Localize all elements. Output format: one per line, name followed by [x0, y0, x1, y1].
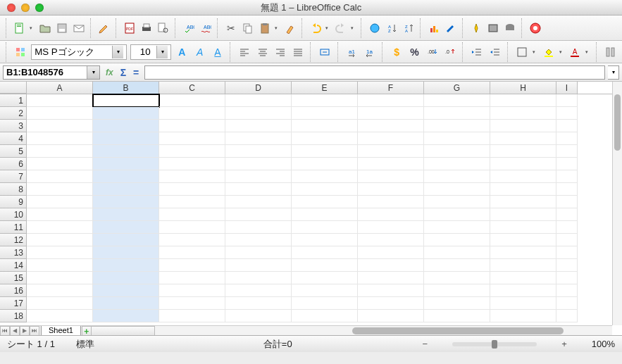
cell[interactable] — [292, 120, 358, 132]
cell[interactable] — [292, 310, 358, 322]
cell[interactable] — [292, 208, 358, 221]
function-wizard-icon[interactable]: fx — [103, 68, 116, 77]
add-decimal-icon[interactable]: .00 — [425, 44, 440, 60]
cell[interactable] — [358, 132, 424, 145]
cell[interactable] — [159, 94, 225, 107]
cell[interactable] — [93, 221, 159, 234]
cell[interactable] — [27, 196, 93, 208]
cell[interactable] — [292, 145, 358, 158]
row-header[interactable]: 7 — [0, 170, 27, 183]
cell[interactable] — [490, 170, 556, 183]
cell[interactable] — [424, 246, 490, 259]
tab-first-icon[interactable]: ⏮ — [0, 326, 10, 336]
row-header[interactable]: 9 — [0, 196, 27, 208]
cell[interactable] — [490, 246, 556, 259]
cell[interactable] — [358, 183, 424, 196]
cell[interactable] — [93, 183, 159, 196]
cell[interactable] — [292, 284, 358, 297]
cell[interactable] — [358, 107, 424, 120]
toolbar-grip[interactable] — [6, 18, 8, 38]
zoom-icon[interactable] — [35, 4, 44, 12]
rtl-icon[interactable]: 1a — [363, 44, 377, 60]
styles-icon[interactable] — [13, 44, 27, 60]
cell[interactable] — [424, 107, 490, 120]
italic-button[interactable]: A — [193, 44, 207, 60]
cell[interactable] — [556, 284, 578, 297]
cell[interactable] — [490, 120, 556, 132]
cell[interactable] — [93, 120, 159, 132]
cell[interactable] — [27, 310, 93, 322]
ltr-icon[interactable]: a1 — [344, 44, 359, 60]
cell[interactable] — [556, 158, 578, 170]
cell[interactable] — [93, 107, 159, 120]
column-header[interactable]: E — [292, 82, 358, 94]
cell[interactable] — [358, 221, 424, 234]
cell[interactable] — [225, 234, 292, 246]
cell[interactable] — [159, 284, 225, 297]
cell[interactable] — [490, 234, 556, 246]
cell[interactable] — [225, 94, 292, 107]
cell[interactable] — [424, 132, 490, 145]
cell[interactable] — [225, 297, 292, 310]
cell[interactable] — [556, 272, 578, 284]
align-right-icon[interactable] — [273, 44, 287, 60]
zoom-slider-knob[interactable] — [492, 340, 497, 349]
cell[interactable] — [490, 183, 556, 196]
cell[interactable] — [424, 196, 490, 208]
cell[interactable] — [225, 310, 292, 322]
cell[interactable] — [159, 107, 225, 120]
cell[interactable] — [556, 246, 578, 259]
copy-icon[interactable] — [241, 21, 255, 35]
remove-decimal-icon[interactable]: .0 — [443, 44, 457, 60]
undo-icon[interactable] — [309, 21, 323, 35]
fill-color-icon[interactable] — [541, 44, 555, 60]
tab-prev-icon[interactable]: ◀ — [10, 326, 20, 336]
cell[interactable] — [292, 196, 358, 208]
cell[interactable] — [556, 208, 578, 221]
cell[interactable] — [225, 132, 292, 145]
cell[interactable] — [556, 145, 578, 158]
row-header[interactable]: 14 — [0, 259, 27, 272]
cell[interactable] — [292, 94, 358, 107]
row-header[interactable]: 2 — [0, 107, 27, 120]
cell[interactable] — [159, 145, 225, 158]
currency-icon[interactable]: $ — [390, 44, 404, 60]
data-sources-icon[interactable] — [503, 21, 517, 35]
select-all-corner[interactable] — [0, 82, 27, 94]
cell-grid[interactable] — [27, 94, 612, 325]
sheet-tab[interactable]: Sheet1 — [41, 326, 81, 336]
cell[interactable] — [225, 208, 292, 221]
cell[interactable] — [93, 208, 159, 221]
row-header[interactable]: 15 — [0, 272, 27, 284]
cell[interactable] — [556, 170, 578, 183]
zoom-out-icon[interactable]: − — [419, 339, 432, 349]
cell[interactable] — [93, 272, 159, 284]
cell[interactable] — [358, 297, 424, 310]
row-header[interactable]: 3 — [0, 120, 27, 132]
zoom-slider[interactable] — [452, 342, 537, 346]
page-style[interactable]: 標準 — [76, 338, 94, 351]
column-header[interactable]: G — [424, 82, 490, 94]
cell[interactable] — [424, 284, 490, 297]
row-header[interactable]: 12 — [0, 234, 27, 246]
cell[interactable] — [292, 158, 358, 170]
cell[interactable] — [93, 94, 159, 107]
cell[interactable] — [27, 297, 93, 310]
cell-name-box[interactable]: ▾ — [3, 65, 100, 80]
redo-dropdown-icon[interactable]: ▾ — [351, 25, 356, 31]
cell[interactable] — [556, 259, 578, 272]
format-paintbrush-icon[interactable] — [283, 21, 297, 35]
row-header[interactable]: 16 — [0, 284, 27, 297]
cell[interactable] — [27, 259, 93, 272]
cell[interactable] — [292, 183, 358, 196]
cell[interactable] — [225, 120, 292, 132]
undo-dropdown-icon[interactable]: ▾ — [325, 25, 331, 31]
help-icon[interactable] — [528, 21, 542, 35]
spellcheck-icon[interactable]: ABC — [182, 21, 196, 35]
cell[interactable] — [490, 259, 556, 272]
cell[interactable] — [93, 234, 159, 246]
print-icon[interactable] — [139, 21, 154, 35]
cell[interactable] — [159, 272, 225, 284]
column-header[interactable]: D — [225, 82, 292, 94]
cell[interactable] — [93, 284, 159, 297]
